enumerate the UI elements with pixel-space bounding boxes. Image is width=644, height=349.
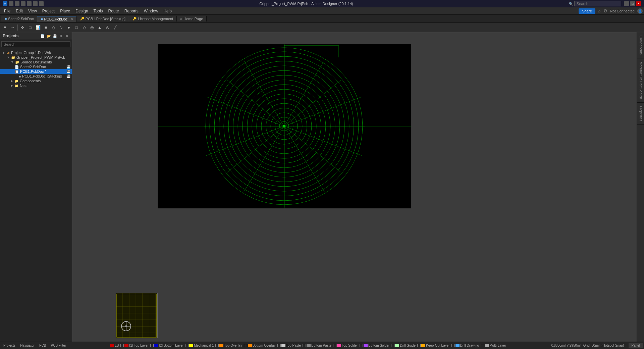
layer-top-paste[interactable]: Top Paste	[277, 344, 301, 347]
global-search-area: 🔍	[569, 1, 621, 6]
tab-bar: ■ Sheet2.SchDoc ■ PCB1.PcbDoc ✕ 🔑 PCB1.P…	[0, 15, 644, 23]
tree-label-gripper-project: Gripper_Project_PWM.PrjPcb	[16, 55, 65, 59]
global-search-input[interactable]	[574, 1, 621, 6]
layer-label-bot-paste: Bottom Paste	[311, 344, 331, 347]
close-button[interactable]: ✕	[636, 1, 641, 6]
app-menu-icon[interactable]	[9, 1, 13, 6]
redo-icon[interactable]	[39, 1, 44, 6]
right-tab-manufacture[interactable]: Manufacture Part Search	[637, 58, 644, 103]
tree-item-pcb1[interactable]: 📋 PCB1.PcbDoc * 💾	[0, 69, 72, 74]
toolbar-square-btn[interactable]: ■	[42, 24, 49, 31]
toolbar-diamond-btn[interactable]: ◇	[50, 24, 57, 31]
tab-sheet2[interactable]: ■ Sheet2.SchDoc	[1, 16, 37, 21]
layer-drill-drawing[interactable]: Drill Drawing	[451, 344, 479, 347]
layer-bot-solder[interactable]: Bottom Solder	[360, 344, 389, 347]
layer-bot-overlay[interactable]: Bottom Overlay	[244, 344, 276, 347]
tab-home[interactable]: ⌂ Home Page	[177, 16, 207, 21]
minimap-crosshair	[121, 321, 131, 331]
pcb-canvas-area[interactable]	[72, 32, 637, 342]
status-nav-projects[interactable]: Projects	[1, 343, 17, 348]
toolbar-cross-btn[interactable]: ✛	[19, 24, 26, 31]
file-open-icon[interactable]	[21, 1, 25, 6]
menu-file[interactable]: File	[1, 8, 13, 14]
toolbar-target-btn[interactable]: ◎	[88, 24, 96, 31]
menu-route[interactable]: Route	[106, 8, 122, 14]
toolbar-rect-btn[interactable]: □	[26, 24, 34, 31]
layer-mech1[interactable]: Mechanical 1	[185, 344, 214, 347]
toolbar-triangle-btn[interactable]: ▲	[96, 24, 103, 31]
panel-controls: 📄 📂 💾 ⚙ ✕	[40, 34, 69, 38]
toolbar-text-btn[interactable]: A	[104, 24, 111, 31]
layer-label-bot-overlay: Bottom Overlay	[253, 344, 276, 347]
status-nav-pcb-filter[interactable]: PCB Filter	[49, 343, 68, 348]
layer-bot-paste[interactable]: Bottom Paste	[303, 344, 331, 347]
svg-line-14	[284, 126, 324, 192]
status-nav-pcb[interactable]: PCB	[37, 343, 48, 348]
menu-window[interactable]: Window	[141, 8, 161, 14]
menu-project[interactable]: Project	[40, 8, 57, 14]
maximize-button[interactable]: □	[630, 1, 635, 6]
toolbar-filter-btn[interactable]: ▼	[1, 24, 9, 31]
panel-toggle-button[interactable]: Panel	[629, 343, 643, 348]
layer-check-bottom	[150, 344, 154, 347]
menu-tools[interactable]: Tools	[91, 8, 106, 14]
layer-ls[interactable]: LS	[110, 344, 119, 347]
menu-edit[interactable]: Edit	[13, 8, 25, 14]
panel-close-btn[interactable]: ✕	[64, 34, 69, 38]
tree-label-pcb1: PCB1.PcbDoc *	[20, 69, 65, 73]
layer-bottom[interactable]: [2] Bottom Layer	[150, 344, 183, 347]
panel-open-btn[interactable]: 📂	[46, 34, 51, 38]
tree-item-nets[interactable]: ▶ 📁 Nets	[0, 83, 72, 88]
pcb-board[interactable]	[158, 44, 411, 208]
grid-display: Grid: 50mil	[583, 344, 599, 347]
layer-drill-guide[interactable]: Drill Guide	[391, 344, 416, 347]
project-search-input[interactable]	[1, 41, 70, 47]
panel-new-btn[interactable]: 📄	[40, 34, 45, 38]
right-tab-properties[interactable]: Properties	[637, 103, 644, 125]
toolbar-box2-btn[interactable]: □	[73, 24, 80, 31]
layer-top-solder[interactable]: Top Solder	[333, 344, 358, 347]
tree-item-source-docs[interactable]: ▼ 📁 Source Documents	[0, 60, 72, 64]
pcb-minimap[interactable]	[116, 293, 158, 338]
undo-icon[interactable]	[33, 1, 38, 6]
user-avatar[interactable]: 👤	[637, 8, 643, 14]
menu-design[interactable]: Design	[73, 8, 91, 14]
tab-pcb1[interactable]: ■ PCB1.PcbDoc ✕	[37, 16, 76, 22]
settings-nav-icon[interactable]: ⚙	[603, 8, 607, 13]
panel-settings-btn[interactable]: ⚙	[58, 34, 63, 38]
tree-item-pcb1-stackup[interactable]: ■ PCB1.PcbDoc [Stackup] 💾	[0, 74, 72, 79]
menu-place[interactable]: Place	[57, 8, 73, 14]
layer-multi[interactable]: Multi-Layer	[481, 344, 506, 347]
toolbar-line-btn[interactable]: ╱	[111, 24, 119, 31]
save-icon[interactable]	[27, 1, 32, 6]
menu-help[interactable]: Help	[161, 8, 174, 14]
tree-item-sheet2[interactable]: 📄 Sheet2.SchDoc 💾	[0, 64, 72, 69]
tree-item-project-group[interactable]: ▶ 🗂 Project Group 1.DsnWrk	[0, 50, 72, 55]
tree-item-components[interactable]: ▶ 📁 Components	[0, 79, 72, 83]
tab-close-pcb1[interactable]: ✕	[70, 17, 73, 21]
tab-icon-pcb1: ■	[41, 17, 43, 21]
layer-keepout[interactable]: Keep-Out Layer	[417, 344, 450, 347]
tree-label-project-group: Project Group 1.DsnWrk	[11, 51, 51, 55]
toolbar-chart-btn[interactable]: 📊	[34, 24, 42, 31]
share-button[interactable]: Share	[579, 8, 595, 14]
menu-reports[interactable]: Reports	[122, 8, 141, 14]
toolbar-circle-btn[interactable]: ●	[65, 24, 72, 31]
minimize-button[interactable]: –	[624, 1, 629, 6]
panel-save-btn[interactable]: 💾	[52, 34, 57, 38]
menu-view[interactable]: View	[25, 8, 40, 14]
toolbar-interactive-routing-btn[interactable]: →	[9, 24, 16, 31]
toolbar-diamond2-btn[interactable]: ◇	[80, 24, 88, 31]
toolbar-wave-btn[interactable]: ∿	[57, 24, 65, 31]
layer-top[interactable]: [1] Top Layer	[120, 344, 149, 347]
restore-icon[interactable]	[15, 1, 19, 6]
tab-license[interactable]: 🔑 License Management	[129, 16, 177, 21]
layer-top-overlay[interactable]: Top Overlay	[215, 344, 242, 347]
right-tab-components[interactable]: Components	[637, 32, 644, 58]
status-nav-navigator[interactable]: Navigator	[18, 343, 37, 348]
home-nav-icon[interactable]: ⌂	[598, 8, 601, 13]
tree-item-gripper-project[interactable]: ▼ 📁 Gripper_Project_PWM.PrjPcb	[0, 55, 72, 60]
svg-line-15	[244, 126, 284, 192]
tab-pcb1-stackup[interactable]: 🔑 PCB1.PcbDoc [Stackup]	[77, 16, 129, 21]
expand-icon-gripper: ▼	[7, 56, 10, 59]
